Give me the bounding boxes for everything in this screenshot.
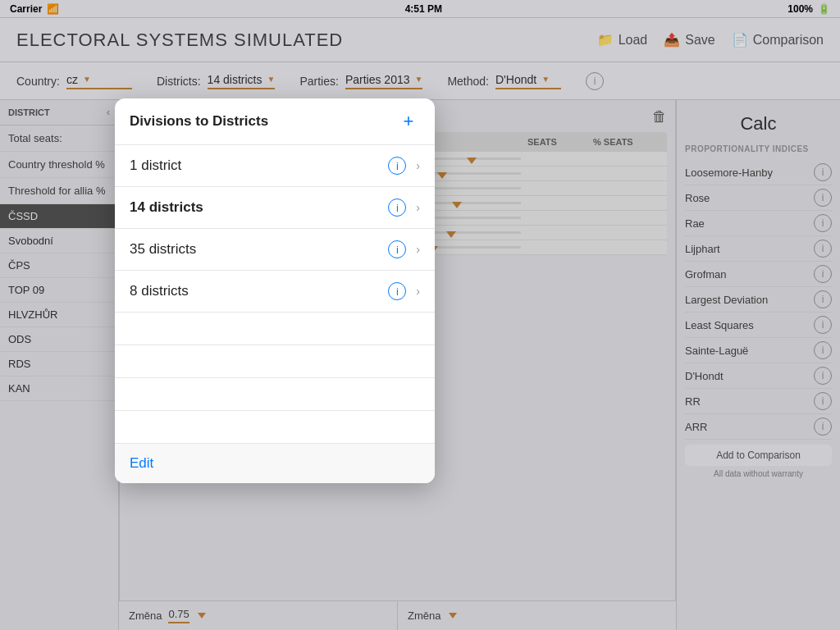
dropdown-info-btn-4[interactable]: i: [388, 282, 406, 300]
dropdown-item-35districts[interactable]: 35 districts i ›: [115, 229, 435, 271]
dropdown-item-label: 8 districts: [130, 283, 388, 299]
dropdown-item-label: 14 districts: [130, 199, 388, 216]
dropdown-item-label: 35 districts: [130, 241, 388, 258]
dropdown-item-14districts[interactable]: 14 districts i ›: [115, 187, 435, 229]
dropdown-empty-row: [115, 378, 435, 411]
dropdown-chevron-icon: ›: [416, 285, 420, 298]
dropdown-panel: Divisions to Districts + 1 district i › …: [115, 98, 435, 483]
dropdown-title: Divisions to Districts: [130, 113, 268, 130]
dropdown-footer: Edit: [115, 444, 435, 483]
dropdown-chevron-icon: ›: [416, 159, 420, 172]
dropdown-header: Divisions to Districts +: [115, 98, 435, 145]
dropdown-chevron-icon: ›: [416, 243, 420, 256]
dropdown-edit-button[interactable]: Edit: [130, 455, 153, 472]
dropdown-info-btn-1[interactable]: i: [388, 157, 406, 175]
dropdown-chevron-icon: ›: [416, 201, 420, 214]
dropdown-empty-row: [115, 313, 435, 345]
dropdown-item-8districts[interactable]: 8 districts i ›: [115, 271, 435, 313]
dropdown-empty-row: [115, 345, 435, 378]
dropdown-info-btn-2[interactable]: i: [388, 199, 406, 217]
dropdown-empty-row: [115, 411, 435, 444]
dropdown-item-1district[interactable]: 1 district i ›: [115, 145, 435, 187]
dropdown-item-label: 1 district: [130, 158, 388, 174]
dropdown-info-btn-3[interactable]: i: [388, 240, 406, 258]
dropdown-add-button[interactable]: +: [397, 110, 420, 133]
